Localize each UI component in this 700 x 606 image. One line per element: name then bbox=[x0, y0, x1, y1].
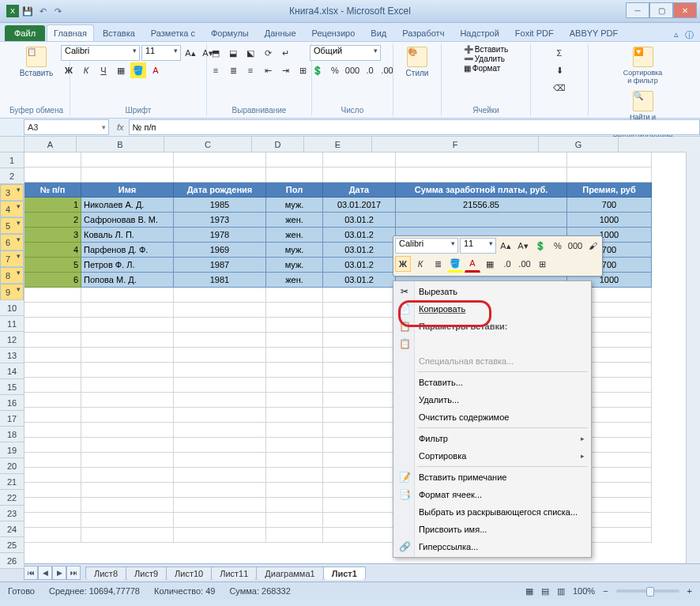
cell[interactable] bbox=[81, 167, 174, 183]
cell[interactable] bbox=[266, 363, 323, 378]
autosum-icon[interactable]: Σ bbox=[551, 45, 567, 61]
cell[interactable] bbox=[396, 213, 567, 228]
paste-button[interactable]: 📋Вставить bbox=[17, 45, 56, 79]
indent-inc-icon[interactable]: ⇥ bbox=[277, 62, 293, 78]
cell[interactable]: 1985 bbox=[174, 198, 266, 213]
tab-view[interactable]: Вид bbox=[363, 24, 393, 41]
cell[interactable] bbox=[24, 167, 81, 183]
cell[interactable] bbox=[81, 528, 174, 543]
cell[interactable]: Коваль Л. П. bbox=[81, 228, 174, 243]
cell[interactable]: 1969 bbox=[174, 243, 266, 258]
cell[interactable] bbox=[174, 453, 266, 468]
cell[interactable] bbox=[81, 423, 174, 438]
row-header[interactable]: 22 bbox=[0, 490, 24, 506]
tab-foxit[interactable]: Foxit PDF bbox=[508, 24, 561, 41]
ctx-sort[interactable]: Сортировка▸ bbox=[393, 447, 591, 465]
cell[interactable] bbox=[24, 483, 81, 498]
cell[interactable] bbox=[266, 288, 323, 303]
fill-color-button[interactable]: 🪣 bbox=[130, 62, 146, 78]
inc-dec-icon[interactable]: .0 bbox=[362, 62, 378, 78]
row-header[interactable]: 1 bbox=[0, 152, 24, 168]
help-icon[interactable]: ⓘ bbox=[685, 29, 694, 41]
cell[interactable] bbox=[24, 303, 81, 318]
cell[interactable] bbox=[266, 333, 323, 348]
cell[interactable]: 1000 bbox=[567, 213, 652, 228]
row-header[interactable]: 2 bbox=[0, 168, 24, 184]
cell[interactable] bbox=[174, 483, 266, 498]
cell[interactable] bbox=[266, 468, 323, 483]
cell[interactable]: 03.01.2 bbox=[323, 213, 396, 228]
cell[interactable] bbox=[174, 333, 266, 348]
cell[interactable] bbox=[81, 378, 174, 393]
cell[interactable] bbox=[174, 528, 266, 543]
redo-icon[interactable]: ↷ bbox=[51, 5, 64, 17]
cell[interactable]: муж. bbox=[266, 258, 323, 273]
cell[interactable] bbox=[174, 348, 266, 363]
cell[interactable] bbox=[323, 468, 396, 483]
grow-font-icon[interactable]: A▴ bbox=[183, 45, 198, 61]
font-color-button[interactable]: A bbox=[148, 62, 164, 78]
cell[interactable] bbox=[323, 408, 396, 423]
cell[interactable]: 1987 bbox=[174, 258, 266, 273]
row-header[interactable]: 25 bbox=[0, 537, 24, 553]
cell[interactable] bbox=[174, 393, 266, 408]
mini-merge-icon[interactable]: ⊞ bbox=[534, 256, 550, 272]
row-header[interactable]: 21 bbox=[0, 474, 24, 490]
cell[interactable] bbox=[81, 468, 174, 483]
tab-home[interactable]: Главная bbox=[47, 24, 94, 41]
cell[interactable] bbox=[174, 288, 266, 303]
cell[interactable] bbox=[323, 348, 396, 363]
mini-currency-icon[interactable]: 💲 bbox=[533, 238, 548, 254]
mini-shrink-icon[interactable]: A▾ bbox=[515, 238, 531, 254]
cell[interactable]: муж. bbox=[266, 243, 323, 258]
cell[interactable] bbox=[266, 408, 323, 423]
cell[interactable] bbox=[174, 303, 266, 318]
tab-abbyy[interactable]: ABBYY PDF bbox=[563, 24, 626, 41]
orient-icon[interactable]: ⟳ bbox=[260, 45, 276, 61]
mini-fill-icon[interactable]: 🪣 bbox=[447, 255, 463, 273]
cell[interactable]: № п/п bbox=[24, 183, 81, 198]
cell[interactable] bbox=[266, 528, 323, 543]
zoom-slider[interactable] bbox=[616, 589, 679, 593]
cell[interactable] bbox=[81, 303, 174, 318]
cell[interactable]: 1981 bbox=[174, 273, 266, 288]
cell[interactable]: Попова М. Д. bbox=[81, 273, 174, 288]
underline-button[interactable]: Ч bbox=[96, 62, 111, 78]
align-top-icon[interactable]: ⬒ bbox=[208, 45, 224, 61]
cell[interactable]: 2 bbox=[24, 213, 81, 228]
align-mid-icon[interactable]: ⬓ bbox=[225, 45, 241, 61]
close-button[interactable]: ✕ bbox=[673, 2, 697, 18]
mini-border-icon[interactable]: ▦ bbox=[482, 256, 498, 272]
cell[interactable] bbox=[266, 167, 323, 183]
cell[interactable] bbox=[266, 513, 323, 528]
cell[interactable] bbox=[24, 333, 81, 348]
cell[interactable] bbox=[323, 333, 396, 348]
row-header[interactable]: 19 bbox=[0, 442, 24, 458]
cell[interactable]: Сафроновав В. М. bbox=[81, 213, 174, 228]
cell[interactable] bbox=[266, 318, 323, 333]
cell[interactable]: 03.01.2 bbox=[323, 228, 396, 243]
currency-icon[interactable]: 💲 bbox=[310, 62, 326, 78]
cell[interactable] bbox=[323, 423, 396, 438]
align-bot-icon[interactable]: ⬕ bbox=[243, 45, 258, 61]
tab-layout[interactable]: Разметка с bbox=[144, 24, 202, 41]
cell[interactable] bbox=[174, 423, 266, 438]
save-icon[interactable]: 💾 bbox=[21, 5, 34, 17]
cell[interactable] bbox=[396, 167, 567, 183]
cell[interactable] bbox=[266, 423, 323, 438]
cell[interactable] bbox=[323, 438, 396, 453]
cell[interactable] bbox=[266, 453, 323, 468]
cell[interactable] bbox=[323, 453, 396, 468]
cell[interactable] bbox=[323, 528, 396, 543]
delete-cells-icon[interactable]: ➖ bbox=[464, 55, 473, 63]
merge-icon[interactable]: ⊞ bbox=[295, 62, 310, 78]
cell[interactable] bbox=[266, 438, 323, 453]
row-header[interactable]: 9 bbox=[0, 284, 24, 300]
ctx-define-name[interactable]: Присвоить имя... bbox=[393, 521, 591, 538]
cell[interactable] bbox=[323, 513, 396, 528]
mini-grow-icon[interactable]: A▴ bbox=[498, 238, 514, 254]
vertical-scrollbar[interactable] bbox=[686, 152, 700, 563]
col-header-G[interactable]: G bbox=[539, 137, 619, 152]
dec-dec-icon[interactable]: .00 bbox=[379, 62, 395, 78]
align-center-icon[interactable]: ≣ bbox=[225, 62, 241, 78]
